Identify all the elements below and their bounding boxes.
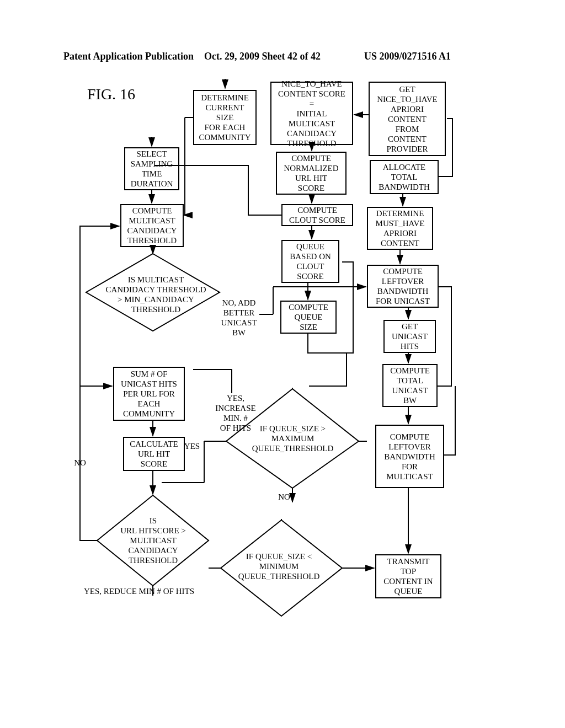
box-determine-size: DETERMINECURRENTSIZEFOR EACHCOMMUNITY — [193, 90, 257, 145]
box-determine-must: DETERMINEMUST_HAVEAPRIORICONTENT — [367, 207, 433, 250]
box-compute-total-uni: COMPUTETOTALUNICASTBW — [382, 364, 438, 407]
diamond-url-hitscore-label: ISURL HITSCORE >MULTICASTCANDIDACYTHRESH… — [108, 516, 199, 565]
box-compute-leftover-multi: COMPUTELEFTOVERBANDWIDTHFORMULTICAST — [375, 425, 444, 488]
header-center: Oct. 29, 2009 Sheet 42 of 42 — [204, 51, 321, 62]
box-queue-clout: QUEUEBASED ONCLOUTSCORE — [281, 240, 339, 283]
box-compute-clout: COMPUTECLOUT SCORE — [281, 204, 353, 226]
box-compute-norm: COMPUTENORMALIZEDURL HITSCORE — [276, 152, 347, 195]
box-nice-score: NICE_TO_HAVECONTENT SCORE =INITIALMULTIC… — [270, 82, 353, 145]
box-compute-multicast: COMPUTEMULTICASTCANDIDACYTHRESHOLD — [120, 204, 184, 247]
box-compute-leftover-uni: COMPUTELEFTOVERBANDWIDTHFOR UNICAST — [367, 265, 439, 308]
label-no-mid: NO — [276, 492, 292, 502]
label-no-left: NO — [72, 458, 88, 468]
box-calc-url: CALCULATEURL HITSCORE — [123, 437, 185, 471]
box-compute-queue: COMPUTEQUEUESIZE — [280, 301, 337, 334]
diamond-is-multicast-label: IS MULTICASTCANDIDACY THRESHOLD> MIN_CAN… — [97, 275, 215, 314]
box-select-sampling: SELECTSAMPLINGTIMEDURATION — [124, 147, 179, 190]
box-get-unicast-hits: GETUNICASTHITS — [383, 320, 436, 353]
diamond-queue-min-label: IF QUEUE_SIZE <MINIMUMQUEUE_THRESHOLD — [228, 552, 330, 581]
label-yes-increase: YES,INCREASEMIN. #OF HITS — [211, 393, 260, 433]
header-right: US 2009/0271516 A1 — [364, 51, 451, 62]
box-sum-hits: SUM # OFUNICAST HITSPER URL FOREACHCOMMU… — [113, 367, 185, 421]
label-yes-reduce: YES, REDUCE MIN # OF HITS — [84, 586, 205, 596]
header-left: Patent Application Publication — [63, 51, 194, 62]
box-allocate-bw: ALLOCATETOTALBANDWIDTH — [370, 160, 439, 194]
box-get-nice: GETNICE_TO_HAVEAPRIORICONTENTFROMCONTENT… — [369, 82, 446, 156]
box-transmit: TRANSMITTOPCONTENT INQUEUE — [375, 554, 441, 598]
label-yes-left: YES — [181, 441, 203, 451]
label-no-add-better: NO, ADDBETTERUNICASTBW — [217, 298, 261, 338]
figure-label: FIG. 16 — [87, 85, 135, 103]
